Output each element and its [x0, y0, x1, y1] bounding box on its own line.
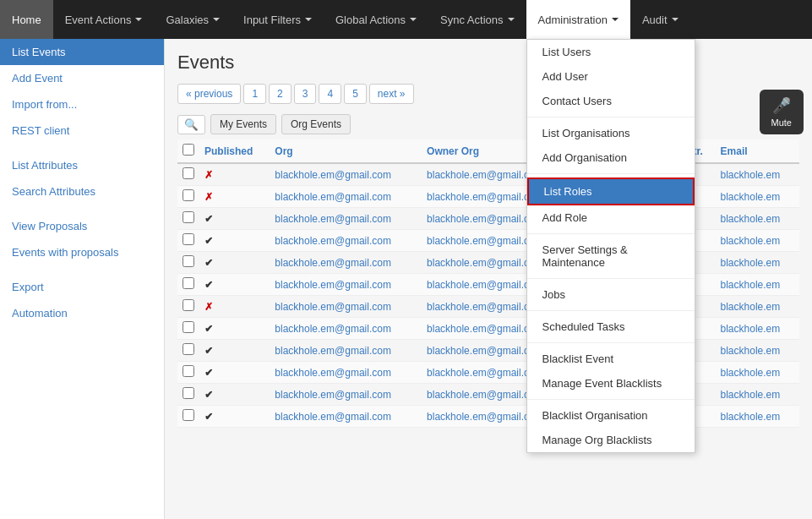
nav-global-actions[interactable]: Global Actions	[324, 0, 428, 39]
nav-event-actions[interactable]: Event Actions	[53, 0, 155, 39]
sidebar: List Events Add Event Import from... RES…	[0, 39, 165, 519]
row-checkbox-11[interactable]	[183, 409, 194, 421]
sidebar-item-export[interactable]: Export	[0, 274, 164, 300]
global-actions-caret-icon	[410, 18, 417, 21]
dropdown-add-organisation[interactable]: Add Organisation	[527, 145, 695, 170]
sidebar-divider-3	[0, 265, 164, 274]
dropdown-add-user[interactable]: Add User	[527, 64, 695, 89]
table-row: ✔blackhole.em@gmail.comblackhole.em@gmai…	[177, 362, 799, 384]
pagination-page-5[interactable]: 5	[344, 84, 367, 104]
nav-administration[interactable]: Administration List Users Add User Conta…	[526, 0, 630, 39]
row-checkbox-7[interactable]	[183, 321, 194, 333]
row-org: blackhole.em@gmail.com	[270, 274, 422, 296]
dropdown-divider-3	[527, 233, 695, 234]
sidebar-item-search-attributes[interactable]: Search Attributes	[0, 178, 164, 205]
nav-sync-actions-label: Sync Actions	[440, 14, 503, 26]
nav-home-label: Home	[12, 14, 41, 26]
sidebar-item-rest-client[interactable]: REST client	[0, 117, 164, 144]
pagination-page-1[interactable]: 1	[243, 84, 266, 104]
nav-input-filters[interactable]: Input Filters	[232, 0, 324, 39]
sidebar-list-events-label: List Events	[12, 46, 66, 58]
row-org: blackhole.em@gmail.com	[270, 208, 422, 230]
org-events-tab[interactable]: Org Events	[281, 114, 351, 134]
dropdown-manage-event-blacklists[interactable]: Manage Event Blacklists	[527, 371, 695, 396]
sidebar-import-from-label: Import from...	[12, 98, 77, 111]
row-email: blackhole.em	[716, 230, 799, 252]
row-checkbox-6[interactable]	[183, 299, 194, 311]
pagination-previous[interactable]: « previous	[177, 84, 241, 104]
administration-caret-icon	[612, 18, 619, 21]
sidebar-item-list-attributes[interactable]: List Attributes	[0, 152, 164, 178]
dropdown-blacklist-organisation[interactable]: Blacklist Organisation	[527, 403, 695, 428]
table-row: ✔blackhole.em@gmail.comblackhole.em@gmai…	[177, 384, 799, 406]
my-events-tab[interactable]: My Events	[210, 114, 276, 134]
dropdown-scheduled-tasks[interactable]: Scheduled Tasks	[527, 314, 695, 339]
sidebar-item-list-events[interactable]: List Events	[0, 39, 164, 65]
nav-sync-actions[interactable]: Sync Actions	[428, 0, 526, 39]
row-email: blackhole.em	[716, 318, 799, 340]
dropdown-divider-1	[527, 117, 695, 117]
sidebar-item-view-proposals[interactable]: View Proposals	[0, 213, 164, 239]
sidebar-add-event-label: Add Event	[12, 72, 63, 85]
row-org: blackhole.em@gmail.com	[270, 163, 422, 186]
pagination-page-4[interactable]: 4	[319, 84, 341, 104]
row-email: blackhole.em	[716, 208, 799, 230]
nav-home[interactable]: Home	[0, 0, 53, 39]
dropdown-contact-users[interactable]: Contact Users	[527, 89, 695, 113]
row-checkbox-5[interactable]	[183, 277, 194, 289]
sidebar-item-events-with-proposals[interactable]: Events with proposals	[0, 239, 164, 265]
server-settings-line2: Maintenance	[542, 256, 605, 269]
row-checkbox-8[interactable]	[183, 343, 194, 355]
nav-audit[interactable]: Audit	[630, 0, 690, 39]
header-email: Email	[716, 139, 799, 163]
dropdown-list-roles[interactable]: List Roles	[527, 178, 695, 205]
sync-actions-caret-icon	[508, 18, 515, 21]
sidebar-item-automation[interactable]: Automation	[0, 300, 164, 326]
pagination-page-3[interactable]: 3	[294, 84, 317, 104]
table-row: ✔blackhole.em@gmail.comblackhole.em@gmai…	[177, 340, 799, 362]
row-org: blackhole.em@gmail.com	[270, 252, 422, 274]
sidebar-rest-client-label: REST client	[12, 124, 69, 137]
select-all-checkbox[interactable]	[183, 144, 194, 156]
published-check-icon: ✔	[204, 213, 213, 225]
published-check-icon: ✔	[204, 235, 213, 247]
pagination-page-2[interactable]: 2	[269, 84, 292, 104]
row-checkbox-2[interactable]	[183, 211, 194, 223]
nav-galaxies-label: Galaxies	[166, 14, 209, 26]
nav-event-actions-label: Event Actions	[65, 14, 132, 26]
input-filters-caret-icon	[305, 18, 312, 21]
sidebar-automation-label: Automation	[12, 307, 68, 320]
row-email: blackhole.em	[716, 296, 799, 318]
sidebar-item-add-event[interactable]: Add Event	[0, 65, 164, 91]
dropdown-list-organisations[interactable]: List Organisations	[527, 121, 695, 145]
sidebar-search-attributes-label: Search Attributes	[12, 185, 95, 198]
row-email: blackhole.em	[716, 163, 799, 186]
row-checkbox-9[interactable]	[183, 365, 194, 377]
dropdown-blacklist-event[interactable]: Blacklist Event	[527, 347, 695, 371]
row-checkbox-0[interactable]	[183, 167, 194, 179]
mute-button[interactable]: 🎤 Mute	[760, 90, 804, 134]
search-button[interactable]: 🔍	[177, 115, 205, 134]
published-x-icon: ✗	[204, 169, 213, 181]
dropdown-jobs[interactable]: Jobs	[527, 282, 695, 307]
dropdown-server-settings[interactable]: Server Settings & Maintenance	[527, 238, 695, 275]
table-row: ✗blackhole.em@gmail.comblackhole.em@gmai…	[177, 163, 799, 186]
table-row: ✔blackhole.em@gmail.comblackhole.em@gmai…	[177, 230, 799, 252]
table-row: ✔blackhole.em@gmail.comblackhole.em@gmai…	[177, 208, 799, 230]
dropdown-list-users[interactable]: List Users	[527, 40, 695, 64]
sidebar-item-import-from[interactable]: Import from...	[0, 91, 164, 117]
dropdown-manage-org-blacklists[interactable]: Manage Org Blacklists	[527, 428, 695, 452]
published-check-icon: ✔	[204, 345, 213, 357]
row-checkbox-3[interactable]	[183, 233, 194, 245]
table-row: ✔blackhole.em@gmail.comblackhole.em@gmai…	[177, 406, 799, 428]
table-row: ✔blackhole.em@gmail.comblackhole.em@gmai…	[177, 274, 799, 296]
published-x-icon: ✗	[204, 191, 213, 203]
row-checkbox-4[interactable]	[183, 255, 194, 267]
row-checkbox-10[interactable]	[183, 387, 194, 399]
nav-galaxies[interactable]: Galaxies	[154, 0, 232, 39]
pagination-next[interactable]: next »	[369, 84, 414, 104]
dropdown-add-role[interactable]: Add Role	[527, 205, 695, 230]
row-org: blackhole.em@gmail.com	[270, 406, 422, 428]
page-title: Events	[177, 52, 799, 74]
row-checkbox-1[interactable]	[183, 189, 194, 201]
